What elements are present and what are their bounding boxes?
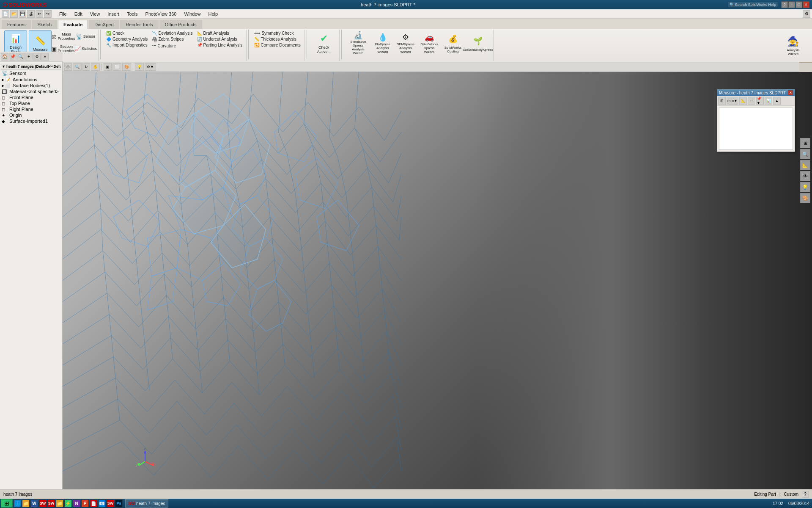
qa-undo[interactable]: ↩ (36, 10, 43, 18)
btn-analysis-wizard[interactable]: 🧙 AnalysisWizard (779, 32, 807, 59)
panel-tool-expand[interactable]: » (41, 53, 49, 61)
measure-tool-1[interactable]: ⊞ (718, 97, 726, 105)
tab-features[interactable]: Features (2, 20, 31, 29)
measure-tool-pin[interactable]: 📌▼ (756, 97, 764, 105)
btn-draft-analysis[interactable]: 📐 Draft Analysis (196, 30, 244, 36)
taskbar-active-app[interactable]: SW heath 7 images (125, 499, 168, 508)
btn-check-active[interactable]: ✔ CheckActive... (311, 30, 337, 55)
start-button[interactable]: ⊞ (1, 499, 13, 508)
taskbar-folder[interactable]: 📁 (56, 500, 63, 507)
measure-tool-chart[interactable]: 📊 (765, 97, 772, 105)
qa-open[interactable]: 📂 (10, 10, 18, 18)
view-btn-1[interactable]: ⊞ (800, 138, 810, 148)
tree-item-surface-bodies[interactable]: ▶ ⬜ Surface Bodies(1) (1, 83, 61, 88)
btn-curvature[interactable]: 〜 Curvature (151, 42, 194, 49)
btn-parting-line[interactable]: 📌 Parting Line Analysis (196, 42, 244, 48)
tree-item-top-plane[interactable]: ◻ Top Plane (1, 100, 61, 106)
menu-icon1[interactable]: ⚙ (803, 10, 810, 18)
taskbar-word[interactable]: W (30, 500, 38, 507)
btn-sustainability[interactable]: 🌱 SustainabilityXpress (465, 30, 491, 55)
status-help-btn[interactable]: ? (802, 491, 809, 498)
measure-tool-dist[interactable]: ↔ (748, 97, 755, 105)
tree-item-sensors[interactable]: 📡 Sensors (1, 70, 61, 77)
qa-redo[interactable]: ↪ (44, 10, 52, 18)
panel-tool-5[interactable]: ⚙ (33, 53, 41, 61)
vp-btn-display3[interactable]: 🎨 (122, 63, 131, 71)
btn-statistics[interactable]: 📈 Statistics (75, 43, 96, 55)
btn-undercut[interactable]: 🔄 Undercut Analysis (196, 36, 244, 42)
tab-sketch[interactable]: Sketch (32, 20, 57, 29)
panel-tool-3[interactable]: 🔍 (17, 53, 25, 61)
tree-item-origin[interactable]: ✦ Origin (1, 112, 61, 118)
taskbar-sw3[interactable]: SW (107, 500, 114, 507)
main-viewport[interactable]: X Y Z ⊞ 🔍 📐 👁 💡 🎨 (63, 72, 812, 489)
vp-btn-display2[interactable]: ⬜ (112, 63, 121, 71)
qa-print[interactable]: 🖨 (27, 10, 35, 18)
tree-item-front-plane[interactable]: ◻ Front Plane (1, 94, 61, 100)
taskbar-ie[interactable]: 🌐 (14, 500, 21, 507)
btn-floxpress[interactable]: 💧 FloXpressAnalysisWizard (372, 30, 393, 55)
menu-window[interactable]: Window (181, 11, 204, 17)
vp-btn-rotate[interactable]: ↻ (82, 63, 90, 71)
tree-item-material[interactable]: 🔲 Material <not specified> (1, 88, 61, 94)
tree-item-surface-imported[interactable]: ◆ Surface-Imported1 (1, 118, 61, 124)
taskbar-pdf[interactable]: 📄 (90, 500, 97, 507)
menu-insert[interactable]: Insert (104, 11, 123, 17)
tree-item-annotations[interactable]: ▶ 📝 Annotations (1, 77, 61, 83)
minimize-button[interactable]: − (788, 1, 795, 8)
view-btn-4[interactable]: 👁 (800, 171, 810, 181)
btn-costing[interactable]: 💰 SolidWorksCosting (442, 30, 464, 55)
taskbar-mail[interactable]: 📧 (98, 500, 106, 507)
measure-tool-mm[interactable]: mm▼ (727, 97, 738, 105)
panel-tool-4[interactable]: + (25, 53, 33, 61)
btn-mass-props[interactable]: ⚖ MassProperties (53, 30, 74, 42)
measure-tool-angle[interactable]: 📐 (739, 97, 747, 105)
vp-btn-light[interactable]: 💡 (135, 63, 144, 71)
search-box[interactable]: 🔍 Search SolidWorks Help (728, 2, 778, 7)
taskbar-photoshop[interactable]: Ps (115, 500, 123, 507)
taskbar-onenote[interactable]: N (73, 500, 80, 507)
taskbar-explorer[interactable]: 📁 (22, 500, 30, 507)
vp-btn-zoom-fit[interactable]: ⊞ (64, 63, 72, 71)
maximize-button[interactable]: □ (796, 1, 802, 8)
vp-btn-settings[interactable]: ⚙▼ (145, 63, 156, 71)
btn-sensor[interactable]: 📡 Sensor (75, 30, 96, 42)
btn-zebra[interactable]: 🦓 Zebra Stripes (151, 36, 194, 42)
taskbar-powerpoint[interactable]: P (81, 500, 89, 507)
measure-panel-close[interactable]: ✕ (788, 90, 793, 95)
help-button[interactable]: ? (781, 1, 788, 8)
btn-import-diagnostics[interactable]: 🔧 Import Diagnostics (105, 42, 149, 48)
menu-photoview[interactable]: PhotoView 360 (142, 11, 180, 17)
tab-render[interactable]: Render Tools (120, 20, 159, 29)
vp-btn-zoom[interactable]: 🔍 (73, 63, 82, 71)
taskbar-sw2[interactable]: SW (47, 500, 55, 507)
taskbar-sw1[interactable]: SW (39, 500, 47, 507)
panel-tool-2[interactable]: 📌 (9, 53, 16, 61)
btn-thickness[interactable]: 📏 Thickness Analysis (253, 36, 302, 42)
close-button[interactable]: ✕ (803, 1, 809, 8)
tree-item-right-plane[interactable]: ◻ Right Plane (1, 106, 61, 112)
btn-deviation[interactable]: 📉 Deviation Analysis (151, 30, 194, 36)
measure-tool-collapse[interactable]: ▲ (773, 97, 781, 105)
tab-dimxpert[interactable]: DimXpert (89, 20, 119, 29)
view-btn-2[interactable]: 🔍 (800, 149, 810, 159)
view-btn-5[interactable]: 💡 (800, 182, 810, 192)
panel-tool-1[interactable]: 🏠 (1, 53, 8, 61)
menu-edit[interactable]: Edit (71, 11, 86, 17)
btn-check[interactable]: ✅ Check (105, 30, 149, 36)
qa-save[interactable]: 💾 (19, 10, 26, 18)
btn-symmetry-check[interactable]: ⟺ Symmetry Check (253, 30, 302, 36)
btn-dfmxpress[interactable]: ⚙ DFMXpressAnalysisWizard (395, 30, 416, 55)
tab-evaluate[interactable]: Evaluate (58, 20, 88, 29)
view-btn-3[interactable]: 📐 (800, 160, 810, 170)
vp-btn-display1[interactable]: ▣ (104, 63, 112, 71)
view-btn-6[interactable]: 🎨 (800, 193, 810, 203)
menu-file[interactable]: File (56, 11, 70, 17)
menu-view[interactable]: View (87, 11, 104, 17)
taskbar-power[interactable]: ⚡ (64, 500, 72, 507)
btn-geometry-analysis[interactable]: 🔷 Geometry Analysis (105, 36, 149, 42)
menu-tools[interactable]: Tools (123, 11, 141, 17)
btn-compare-docs[interactable]: 🔁 Compare Documents (253, 42, 302, 48)
menu-help[interactable]: Help (205, 11, 222, 17)
btn-simulation-xpress[interactable]: 🔬 SimulationXpressAnalysisWizard (346, 30, 370, 55)
